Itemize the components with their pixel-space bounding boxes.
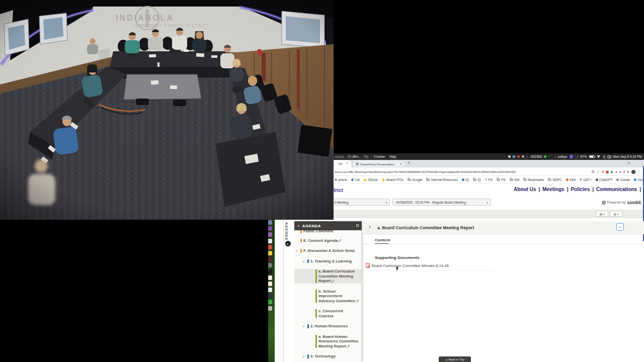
dock-app-icon[interactable] — [268, 263, 272, 267]
status-icon[interactable]: · — [552, 155, 553, 158]
spotlight-search-icon[interactable] — [603, 155, 605, 158]
bookmark-item[interactable]: NOPC — [548, 178, 562, 182]
simbli-brand[interactable]: simbli — [627, 200, 641, 205]
tab-close-icon[interactable]: × — [400, 162, 402, 165]
dock-app-icon[interactable] — [268, 220, 272, 225]
collapse-icon[interactable]: « — [297, 224, 299, 228]
site-name-fragment[interactable]: trict — [334, 188, 343, 193]
extension-icon[interactable]: ▦ — [606, 170, 609, 173]
agenda-item[interactable]: c. Concurrent Courses — [294, 309, 361, 318]
document-link[interactable]: Board Curriculum Committee Minutes 8-14-… — [372, 263, 449, 268]
search-icon[interactable] — [592, 170, 594, 173]
back-to-top-button[interactable]: ▲ Back to Top — [439, 356, 471, 362]
agenda-item[interactable]: b. School Improvement Advisory Committee — [294, 289, 361, 304]
view-toggle-button[interactable]: ▤ ∨ — [596, 211, 608, 217]
nav-policies[interactable]: Policies — [571, 187, 590, 192]
agenda-item[interactable]: Public Comment — [294, 230, 361, 234]
bookmark-item[interactable]: Cal — [351, 178, 360, 182]
nav-communications[interactable]: Communications — [596, 187, 637, 192]
item-title: a. Board Curriculum Committee Meeting Re… — [377, 225, 474, 230]
bookmark-item[interactable]: Zoom — [634, 178, 644, 182]
agenda-item[interactable]: a. Board Curriculum Committee Meeting Re… — [294, 269, 361, 284]
tab-search-icon[interactable]: ∨ — [627, 161, 630, 165]
bookmark-item[interactable]: phone — [335, 178, 347, 182]
print-button[interactable]: ▥ ∨ — [610, 211, 622, 217]
status-icon[interactable] — [522, 155, 524, 158]
chevron-down-icon[interactable]: ∨ — [295, 249, 297, 254]
bookmark-item[interactable]: NM — [510, 178, 519, 182]
bookmark-item[interactable]: G GAT+ — [580, 178, 591, 182]
url-text[interactable]: tions.com/SB_Meetings/ViewMeeting.aspx?S… — [335, 170, 541, 173]
bookmark-item[interactable]: Goode — [616, 178, 629, 182]
status-icon[interactable] — [517, 155, 520, 158]
agenda-expand-button[interactable]: ▸ — [285, 241, 291, 246]
status-icon[interactable]: ↕ — [526, 155, 528, 158]
nav-about-us[interactable]: About Us — [514, 187, 536, 192]
dock-app-icon[interactable] — [268, 294, 272, 298]
status-icon[interactable]: ○ — [548, 155, 550, 158]
next-item-button[interactable]: › — [616, 223, 624, 231]
browser-menu-icon[interactable]: ⋮ — [637, 170, 641, 174]
agenda-item[interactable]: E. Consent Agenda — [294, 238, 361, 243]
meeting-date-select[interactable]: 09/08/2025 - 05:30 PM - Regular Board Me… — [392, 199, 491, 206]
dock-app-icon[interactable] — [268, 282, 272, 286]
status-icon[interactable] — [570, 155, 573, 158]
bookmark-item[interactable]: IQ — [462, 178, 469, 182]
bookmark-item[interactable]: GDrive — [364, 178, 378, 182]
agenda-vertical-tab[interactable]: AGENDA — [285, 222, 288, 240]
browser-tab-powerpoint[interactable]: PowerPoint Presentation × — [353, 161, 405, 167]
bookmark-item[interactable]: PS — [497, 178, 506, 182]
extension-icon[interactable]: 2 — [623, 170, 625, 173]
status-icon[interactable] — [513, 155, 515, 158]
wifi-icon[interactable] — [597, 155, 601, 158]
status-icon[interactable]: i — [555, 155, 555, 158]
bookmark-star-icon[interactable]: ☆ — [596, 170, 599, 174]
bookmark-label: GDrive — [368, 178, 378, 182]
agenda-item[interactable]: ∨ 3. Technology — [294, 354, 361, 359]
dock-app-icon[interactable] — [268, 257, 272, 261]
menu-bar-clock[interactable]: Mon Sep 8 5:34 PM — [613, 155, 642, 158]
dock-app-icon[interactable] — [268, 251, 272, 255]
tab-content[interactable]: Content — [375, 238, 390, 242]
agenda-item[interactable]: a. Board Human Resources Committee Meeti… — [294, 334, 361, 349]
extension-icon[interactable]: ● — [615, 170, 617, 173]
extension-icon[interactable]: a — [619, 170, 621, 173]
agenda-item[interactable]: ∨ 2. Human Resources — [294, 324, 361, 329]
extension-icon[interactable]: ▶ — [611, 170, 613, 173]
bookmark-item[interactable]: ChatGPT — [596, 178, 613, 182]
bookmark-item[interactable]: IQ — [473, 178, 481, 182]
control-center-icon[interactable] — [607, 155, 611, 158]
dock-app-icon[interactable] — [268, 232, 272, 237]
tab-close-icon[interactable]: × — [346, 161, 348, 165]
pin-icon[interactable] — [356, 224, 359, 227]
status-icon[interactable] — [508, 155, 511, 158]
dock-app-icon[interactable] — [268, 245, 272, 249]
extension-icon[interactable]: Δ — [627, 170, 629, 173]
extension-icon[interactable]: V — [602, 170, 604, 173]
dock-app-icon[interactable] — [268, 276, 272, 280]
dock-app-icon[interactable] — [268, 239, 272, 243]
bookmark-item[interactable]: S PS — [485, 178, 493, 182]
bookmark-item[interactable]: KB4 — [566, 178, 576, 182]
status-icon[interactable] — [544, 155, 546, 158]
agenda-item[interactable]: ∨ 1. Teaching & Learning — [294, 259, 361, 264]
chevron-down-icon[interactable]: ∨ — [302, 324, 304, 329]
dock-app-icon[interactable] — [268, 269, 272, 274]
nav-meetings[interactable]: Meetings — [542, 187, 564, 192]
dock-app-icon[interactable] — [268, 288, 272, 292]
status-icon[interactable] — [575, 155, 579, 158]
chevron-down-icon[interactable]: ∨ — [302, 354, 304, 359]
new-tab-button[interactable]: + — [408, 160, 410, 165]
bookmark-item[interactable]: Search POs — [382, 178, 403, 182]
bookmark-item[interactable]: Bookmarks — [523, 178, 544, 182]
dock-app-icon[interactable] — [268, 226, 272, 231]
dock-app-icon[interactable] — [268, 300, 272, 304]
menu-bar-item[interactable]: Help — [389, 155, 396, 158]
agenda-item[interactable]: ∨ F. Discussion & Action Items — [294, 248, 361, 253]
previous-item-button[interactable]: ‹ — [369, 224, 371, 230]
bookmark-item[interactable]: Internal Resources — [426, 178, 457, 182]
profile-avatar[interactable] — [631, 170, 635, 174]
bookmark-item[interactable]: Google — [408, 178, 423, 182]
dock-app-icon[interactable] — [268, 306, 272, 311]
chevron-down-icon[interactable]: ∨ — [302, 259, 304, 264]
